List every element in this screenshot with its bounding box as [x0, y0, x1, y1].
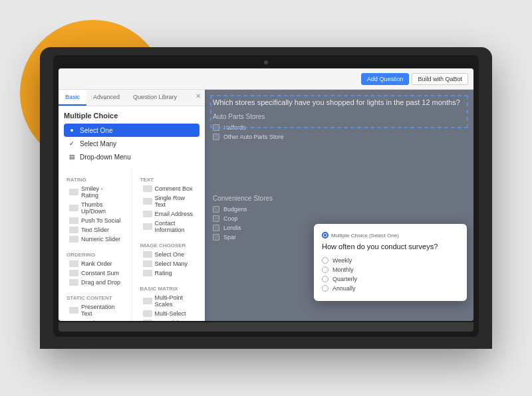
panel-item-text-slider[interactable]: Text Slider	[66, 225, 124, 235]
multi-select-icon	[143, 310, 152, 317]
panel-item-presentation[interactable]: Presentation Text	[66, 302, 124, 318]
checkbox-budgens[interactable]	[213, 206, 219, 213]
multiple-choice-title: Multiple Choice	[64, 112, 200, 120]
numeric-slider-icon	[69, 236, 78, 243]
push-social-icon	[69, 217, 78, 224]
spar-label: Spar	[223, 234, 236, 241]
dropdown-icon: ▤	[68, 153, 76, 161]
panel-item-numeric-slider[interactable]: Numeric Slider	[66, 235, 124, 244]
img-rating-icon	[143, 270, 152, 276]
panel-item-rank-order[interactable]: Rank Order	[66, 259, 124, 268]
panel-item-constant-sum[interactable]: Constant Sum	[66, 268, 124, 278]
panel-item-smiley[interactable]: Smiley - Rating	[66, 184, 124, 200]
basic-matrix-title: Basic Matrix	[140, 286, 198, 292]
img-select-many-label: Select Many	[155, 260, 188, 267]
tab-basic[interactable]: Basic	[59, 90, 86, 106]
panel-item-img-select-one[interactable]: Select One	[140, 250, 198, 259]
drag-drop-icon	[69, 279, 78, 286]
checkbox-coop[interactable]	[213, 215, 219, 222]
popup-question: How often do you conduct surveys?	[322, 243, 459, 250]
tab-question-library[interactable]: Question Library	[126, 90, 184, 106]
mc-select-one[interactable]: ● Select One	[64, 124, 200, 137]
smiley-icon	[69, 189, 78, 195]
store-group2-label: Convenience Stores	[213, 195, 466, 202]
radio-quarterly[interactable]	[322, 276, 329, 282]
survey-item-budgens[interactable]: Budgens	[213, 205, 466, 214]
halfords-label: Halfords	[223, 124, 246, 131]
panel-close-button[interactable]: ✕	[192, 90, 205, 106]
toolbar-actions: Add Question Build with QaBot	[361, 73, 468, 85]
panel-item-img-rating[interactable]: Rating	[140, 268, 198, 278]
mc-dropdown-menu[interactable]: ▤ Drop-down Menu	[64, 150, 200, 163]
ordering-section-title: Ordering	[66, 252, 124, 258]
londis-label: Londis	[223, 225, 241, 231]
checkbox-halfords[interactable]	[213, 124, 219, 131]
panel-tabs: Basic Advanced Question Library ✕	[59, 90, 205, 106]
popup-option-annually[interactable]: Annually	[322, 284, 459, 293]
multi-select-label: Multi-Select	[155, 310, 186, 317]
email-icon	[143, 211, 152, 217]
quarterly-label: Quarterly	[332, 276, 357, 282]
panel-item-single-row[interactable]: Single Row Text	[140, 193, 198, 209]
panel-item-push-social[interactable]: Push To Social	[66, 216, 124, 225]
weekly-label: Weekly	[332, 257, 352, 264]
presentation-label: Presentation Text	[81, 304, 121, 317]
panel-item-email[interactable]: Email Address	[140, 209, 198, 219]
other-auto-label: Other Auto Parts Store	[223, 134, 284, 140]
contact-icon	[143, 223, 152, 230]
survey-item-coop[interactable]: Coop	[213, 214, 466, 223]
popup-card: Multiple Choice (Select One) How often d…	[314, 224, 467, 301]
panel-item-drag-drop[interactable]: Drag and Drop	[66, 278, 124, 287]
thumbs-icon	[69, 205, 78, 211]
push-social-label: Push To Social	[81, 217, 120, 224]
radio-annually[interactable]	[322, 285, 329, 292]
panel-item-comment-box[interactable]: Comment Box	[140, 184, 198, 193]
comment-box-icon	[143, 185, 152, 192]
annually-label: Annually	[332, 285, 356, 292]
smiley-label: Smiley - Rating	[81, 185, 121, 199]
spreadsheet-icon	[143, 320, 152, 321]
survey-item-other-auto[interactable]: Other Auto Parts Store	[213, 132, 466, 142]
panel-item-spreadsheet[interactable]: Spreadsheet	[140, 318, 198, 321]
app-body: Basic Advanced Question Library ✕ Multip…	[59, 90, 473, 321]
mc-select-one-label: Select One	[80, 127, 112, 134]
mc-select-many[interactable]: ✓ Select Many	[64, 137, 200, 150]
survey-item-halfords[interactable]: Halfords	[213, 123, 466, 132]
text-slider-label: Text Slider	[81, 227, 109, 233]
popup-badge-dot	[322, 232, 329, 239]
popup-option-quarterly[interactable]: Quarterly	[322, 274, 459, 284]
panel-item-img-select-many[interactable]: Select Many	[140, 259, 198, 268]
img-select-one-icon	[143, 251, 152, 258]
radio-monthly[interactable]	[322, 266, 329, 273]
panel-item-multi-point[interactable]: Multi-Point Scales	[140, 293, 198, 309]
panel-item-contact[interactable]: Contact Information	[140, 219, 198, 235]
single-row-icon	[143, 198, 152, 205]
tab-advanced[interactable]: Advanced	[86, 90, 126, 106]
mc-dropdown-label: Drop-down Menu	[80, 153, 131, 161]
popup-option-monthly[interactable]: Monthly	[322, 265, 459, 274]
build-with-qabot-button[interactable]: Build with QaBot	[412, 73, 468, 85]
comment-box-label: Comment Box	[155, 185, 193, 192]
static-content-title: Static Content	[66, 295, 124, 301]
laptop-screen: Add Question Build with QaBot Basic Adva…	[59, 68, 473, 321]
survey-app: Add Question Build with QaBot Basic Adva…	[59, 68, 473, 321]
panel-two-column: Rating Smiley - Rating Thumbs Up/Down	[59, 169, 205, 321]
multi-point-label: Multi-Point Scales	[155, 294, 195, 308]
panel-item-section-heading[interactable]: Section Heading	[66, 318, 124, 321]
radio-weekly[interactable]	[322, 257, 329, 264]
multi-point-icon	[143, 298, 152, 304]
constant-sum-icon	[69, 270, 78, 276]
add-question-button[interactable]: Add Question	[361, 73, 410, 85]
checkbox-spar[interactable]	[213, 234, 219, 241]
laptop-base	[40, 337, 492, 344]
rank-order-label: Rank Order	[81, 260, 112, 267]
popup-option-weekly[interactable]: Weekly	[322, 256, 459, 265]
laptop-bezel: Add Question Build with QaBot Basic Adva…	[53, 55, 479, 337]
checkbox-londis[interactable]	[213, 225, 219, 231]
text-section: Text Comment Box Single Row Text	[135, 171, 203, 237]
mc-select-many-label: Select Many	[80, 140, 116, 148]
checkbox-other-auto[interactable]	[213, 134, 219, 140]
panel-item-multi-select[interactable]: Multi-Select	[140, 309, 198, 318]
panel-item-thumbs[interactable]: Thumbs Up/Down	[66, 200, 124, 216]
radio-icon: ●	[68, 126, 76, 134]
